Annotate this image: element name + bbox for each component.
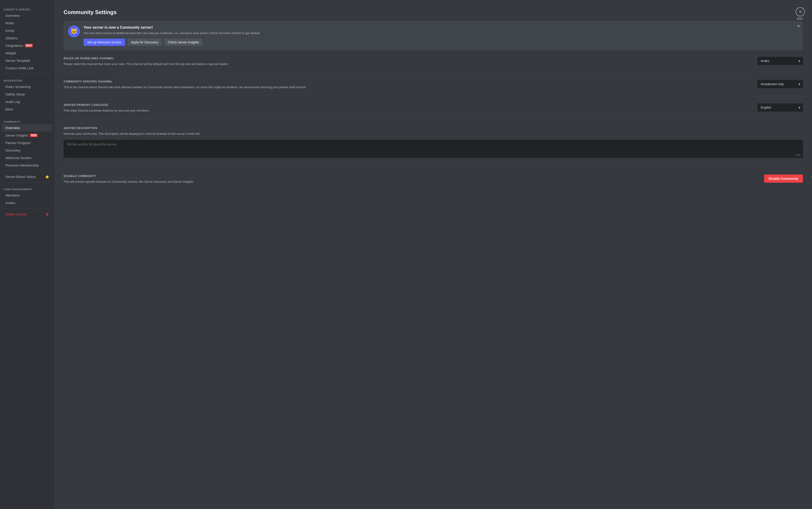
page-title: Community Settings	[64, 9, 803, 15]
sidebar-section-moderation-label: MODERATION	[0, 76, 54, 83]
sidebar-item-widget[interactable]: Widget	[2, 49, 53, 57]
sidebar-item-overview-label: Overview	[5, 13, 20, 18]
banner-description: You now have access to additional tools …	[83, 31, 798, 35]
rules-channel-dropdown[interactable]: #rules #guidelines #general	[758, 57, 803, 65]
sidebar-item-delete-server[interactable]: Delete Server 🗑	[2, 210, 53, 218]
sidebar-item-widget-label: Widget	[5, 51, 16, 55]
setup-welcome-button[interactable]: Set up Welcome Screen	[83, 39, 125, 46]
sidebar-item-overview[interactable]: Overview	[2, 12, 53, 19]
community-updates-dropdown-wrapper: #moderator-only #staff #general	[758, 80, 803, 88]
sidebar-item-roles[interactable]: Roles	[2, 19, 53, 27]
primary-language-section: SERVER PRIMARY LANGUAGE This helps Disco…	[64, 103, 803, 120]
sidebar-section-community-label: COMMUNITY	[0, 117, 54, 124]
sidebar-item-safety-setup[interactable]: Safety Setup	[2, 91, 53, 98]
boost-star-icon: ⭐	[45, 175, 49, 179]
rules-channel-row: RULES OR GUIDELINES CHANNEL Please selec…	[64, 57, 803, 66]
disable-community-button[interactable]: Disable Community	[764, 174, 803, 183]
sidebar-item-welcome-screen-label: Welcome Screen	[5, 156, 31, 160]
banner-avatar: 🐱	[68, 26, 80, 37]
textarea-char-count: 120	[796, 154, 800, 157]
server-name-label: CHERRY'S SERVER	[0, 5, 54, 12]
sidebar-item-community-overview-label: Overview	[5, 126, 20, 130]
sidebar-item-members[interactable]: Members	[2, 192, 53, 199]
arrow-annotation	[805, 170, 812, 183]
community-updates-dropdown[interactable]: #moderator-only #staff #general	[758, 80, 803, 88]
esc-circle: ✕	[796, 7, 805, 16]
disable-community-row: DISABLE COMMUNITY This will remove speci…	[64, 173, 803, 184]
banner-title: Your server is now a Community server!	[83, 26, 798, 30]
sidebar-item-community-overview[interactable]: Overview	[2, 124, 53, 132]
sidebar-item-delete-server-label: Delete Server	[5, 212, 26, 216]
sidebar-item-emoji-label: Emoji	[5, 29, 14, 33]
sidebar-item-bans[interactable]: Bans	[2, 105, 53, 113]
sidebar-section-general: Overview Roles Emoji Stickers Integratio…	[0, 12, 54, 72]
sidebar-item-invites-label: Invites	[5, 201, 15, 205]
rules-channel-section: RULES OR GUIDELINES CHANNEL Please selec…	[64, 57, 803, 73]
primary-language-dropdown[interactable]: English Spanish French German Japanese	[758, 103, 803, 111]
sidebar-item-server-insights-label: Server Insights	[5, 133, 28, 137]
sidebar-item-rules-screening-label: Rules Screening	[5, 85, 30, 89]
svg-text:🐱: 🐱	[71, 28, 77, 34]
server-description-textarea[interactable]	[64, 140, 803, 158]
sidebar-item-welcome-screen[interactable]: Welcome Screen	[2, 154, 53, 162]
sidebar-section-boost: Server Boost Status ⭐	[0, 173, 54, 180]
primary-language-dropdown-wrapper: English Spanish French German Japanese	[758, 103, 803, 111]
sidebar-section-community: Overview Server Insights NEW Partner Pro…	[0, 124, 54, 169]
sidebar-item-roles-label: Roles	[5, 21, 14, 25]
esc-button[interactable]: ✕ ESC	[796, 7, 805, 20]
sidebar-item-stickers[interactable]: Stickers	[2, 34, 53, 42]
server-description-desc: Describe your community. This descriptio…	[64, 132, 803, 136]
community-updates-title: COMMUNITY UPDATES CHANNEL	[64, 80, 752, 83]
banner-close-button[interactable]: ✕	[797, 24, 800, 29]
rules-channel-desc: Please select the channel that hosts you…	[64, 62, 752, 66]
community-banner: 🐱 Your server is now a Community server!…	[64, 21, 803, 50]
disable-community-button-area: Disable Community	[764, 174, 803, 183]
server-description-section: SERVER DESCRIPTION Describe your communi…	[64, 127, 803, 165]
sidebar-item-audit-log-label: Audit Log	[5, 100, 20, 104]
disable-community-title: DISABLE COMMUNITY	[64, 174, 759, 178]
sidebar-divider-4	[4, 182, 51, 182]
sidebar-divider-5	[4, 208, 51, 209]
disable-community-info: DISABLE COMMUNITY This will remove speci…	[64, 174, 759, 184]
sidebar-item-server-insights[interactable]: Server Insights NEW	[2, 132, 53, 139]
community-updates-info: COMMUNITY UPDATES CHANNEL This is the ch…	[64, 80, 752, 90]
sidebar-item-premium-membership-label: Premium Membership	[5, 163, 39, 167]
sidebar-item-invites[interactable]: Invites	[2, 199, 53, 207]
sidebar-item-premium-membership[interactable]: Premium Membership	[2, 162, 53, 169]
sidebar-item-server-boost-status-label: Server Boost Status	[5, 175, 36, 179]
sidebar-item-audit-log[interactable]: Audit Log	[2, 98, 53, 105]
primary-language-title: SERVER PRIMARY LANGUAGE	[64, 103, 752, 107]
sidebar: CHERRY'S SERVER Overview Roles Emoji Sti…	[0, 0, 54, 509]
rules-channel-info: RULES OR GUIDELINES CHANNEL Please selec…	[64, 57, 752, 66]
sidebar-item-discovery[interactable]: Discovery	[2, 146, 53, 154]
trash-icon: 🗑	[46, 212, 49, 216]
sidebar-item-partner-program[interactable]: Partner Program	[2, 139, 53, 146]
server-description-textarea-wrapper: 120	[64, 138, 803, 159]
sidebar-section-user-management-label: USER MANAGEMENT	[0, 184, 54, 192]
esc-label: ESC	[797, 17, 803, 20]
main-content: ✕ ESC Community Settings 🐱 Your server i…	[54, 0, 812, 509]
sidebar-item-integrations-label: Integrations	[5, 44, 23, 47]
server-description-title: SERVER DESCRIPTION	[64, 127, 803, 130]
sidebar-item-members-label: Members	[5, 193, 20, 197]
sidebar-item-rules-screening[interactable]: Rules Screening	[2, 83, 53, 91]
sidebar-item-server-boost-status[interactable]: Server Boost Status ⭐	[2, 173, 53, 180]
banner-content: Your server is now a Community server! Y…	[83, 26, 798, 46]
primary-language-info: SERVER PRIMARY LANGUAGE This helps Disco…	[64, 103, 752, 113]
sidebar-item-integrations[interactable]: Integrations NEW	[2, 42, 53, 49]
sidebar-item-custom-invite-link[interactable]: Custom Invite Link	[2, 64, 53, 72]
banner-buttons: Set up Welcome Screen Apply for Discover…	[83, 39, 798, 46]
sidebar-item-emoji[interactable]: Emoji	[2, 27, 53, 34]
check-insights-button[interactable]: Check Server Insights	[164, 39, 202, 46]
sidebar-section-danger: Delete Server 🗑	[0, 210, 54, 218]
badge-new-integrations: NEW	[25, 44, 33, 47]
sidebar-divider-2	[4, 115, 51, 115]
rules-channel-dropdown-wrapper: #rules #guidelines #general	[758, 57, 803, 65]
community-updates-section: COMMUNITY UPDATES CHANNEL This is the ch…	[64, 80, 803, 96]
sidebar-item-custom-invite-link-label: Custom Invite Link	[5, 66, 33, 70]
sidebar-item-bans-label: Bans	[5, 107, 13, 111]
apply-discovery-button[interactable]: Apply for Discovery	[127, 39, 162, 46]
community-updates-row: COMMUNITY UPDATES CHANNEL This is the ch…	[64, 80, 803, 90]
sidebar-item-server-template[interactable]: Server Template	[2, 57, 53, 64]
sidebar-item-discovery-label: Discovery	[5, 148, 21, 152]
